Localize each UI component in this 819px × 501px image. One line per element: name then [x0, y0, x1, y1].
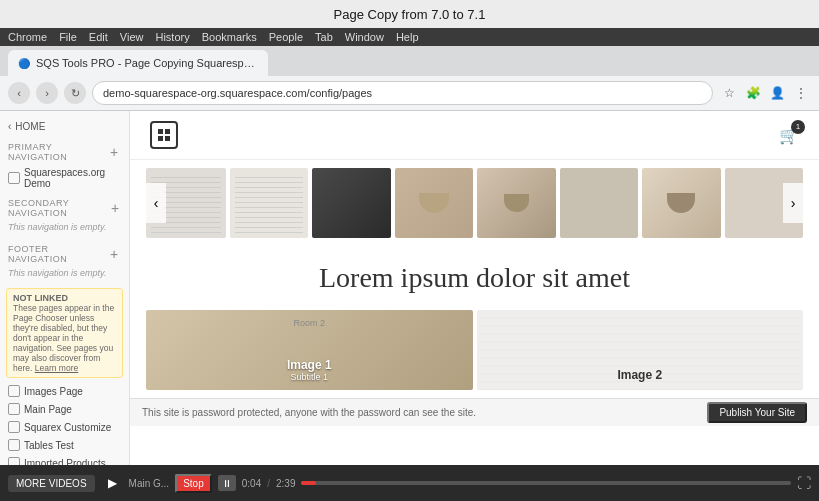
- time-current: 0:04: [242, 478, 261, 489]
- pause-button[interactable]: ⏸: [218, 475, 236, 491]
- menu-edit[interactable]: Edit: [89, 31, 108, 43]
- home-chevron-icon: ‹: [8, 121, 11, 132]
- extensions-icon[interactable]: 🧩: [743, 83, 763, 103]
- menu-bookmarks[interactable]: Bookmarks: [202, 31, 257, 43]
- gallery-section: ‹ ›: [130, 160, 819, 246]
- menu-view[interactable]: View: [120, 31, 144, 43]
- page-icon: [8, 385, 20, 397]
- image2-title: Image 2: [617, 368, 662, 382]
- cart-badge: 1: [791, 120, 805, 134]
- sidebar-item-main-page[interactable]: Main Page: [0, 400, 129, 418]
- address-bar[interactable]: demo-squarespace-org.squarespace.com/con…: [92, 81, 713, 105]
- gallery-item-2[interactable]: [230, 168, 308, 238]
- browser-content: ‹ HOME PRIMARY NAVIGATION + Squarespaces…: [0, 111, 819, 466]
- browser-tabs: 🔵 SQS Tools PRO - Page Copying Squarespa…: [0, 46, 819, 76]
- more-icon[interactable]: ⋮: [791, 83, 811, 103]
- image1-subtitle: Subtitle 1: [287, 372, 332, 382]
- more-videos-button[interactable]: MORE VIDEOS: [8, 475, 95, 492]
- fullscreen-button[interactable]: ⛶: [797, 475, 811, 491]
- footer-nav-empty: This navigation is empty.: [0, 266, 129, 284]
- video-player-bar: MORE VIDEOS ▶ Main G... Stop ⏸ 0:04 / 2:…: [0, 465, 819, 501]
- channel-label: Main G...: [129, 478, 170, 489]
- image1-label: Image 1 Subtitle 1: [287, 358, 332, 382]
- menu-people[interactable]: People: [269, 31, 303, 43]
- sidebar-primary-nav-header: PRIMARY NAVIGATION +: [0, 136, 129, 164]
- squarespace-content: 🛒 1 ‹: [130, 111, 819, 426]
- tab-title: SQS Tools PRO - Page Copying Squarespace…: [36, 57, 258, 69]
- gallery-item-bowl1[interactable]: [395, 168, 473, 238]
- image1-title: Image 1: [287, 358, 332, 372]
- password-notice-text: This site is password protected, anyone …: [142, 407, 476, 418]
- cart-icon[interactable]: 🛒 1: [779, 126, 799, 145]
- nav-item-label: Squarespaces.org Demo: [24, 167, 121, 189]
- time-separator: /: [267, 478, 270, 489]
- sidebar-item-tables-test[interactable]: Tables Test: [0, 436, 129, 454]
- add-primary-nav-button[interactable]: +: [108, 145, 121, 159]
- sidebar-secondary-nav-header: SECONDARY NAVIGATION +: [0, 192, 129, 220]
- gallery-grid: [146, 168, 803, 238]
- menu-chrome[interactable]: Chrome: [8, 31, 47, 43]
- page-icon: [8, 439, 20, 451]
- window-title: Page Copy from 7.0 to 7.1: [334, 7, 486, 22]
- bookmark-icon[interactable]: ☆: [719, 83, 739, 103]
- password-notice: This site is password protected, anyone …: [130, 398, 819, 426]
- gallery-item-bowl3[interactable]: [642, 168, 720, 238]
- browser-toolbar: ‹ › ↻ demo-squarespace-org.squarespace.c…: [0, 76, 819, 110]
- reload-button[interactable]: ↻: [64, 82, 86, 104]
- sidebar: ‹ HOME PRIMARY NAVIGATION + Squarespaces…: [0, 111, 130, 466]
- page-icon: [8, 421, 20, 433]
- sidebar-pages-list: Images Page Main Page Squarex Customize …: [0, 382, 129, 466]
- menu-bar: Chrome File Edit View History Bookmarks …: [0, 28, 819, 46]
- sidebar-item-squarex-customize[interactable]: Squarex Customize: [0, 418, 129, 436]
- menu-tab[interactable]: Tab: [315, 31, 333, 43]
- add-footer-nav-button[interactable]: +: [107, 247, 121, 261]
- stop-button[interactable]: Stop: [175, 474, 212, 493]
- page-icon: [8, 172, 20, 184]
- svg-rect-3: [165, 136, 170, 141]
- image2-label: Image 2: [617, 368, 662, 382]
- svg-rect-2: [158, 136, 163, 141]
- main-content: 🛒 1 ‹: [130, 111, 819, 466]
- menu-window[interactable]: Window: [345, 31, 384, 43]
- home-label: HOME: [15, 121, 45, 132]
- menu-file[interactable]: File: [59, 31, 77, 43]
- image2-block[interactable]: Image 2: [477, 310, 804, 390]
- menu-history[interactable]: History: [155, 31, 189, 43]
- sidebar-item-images-page[interactable]: Images Page: [0, 382, 129, 400]
- footer-nav-label: FOOTER NAVIGATION: [8, 244, 107, 264]
- publish-site-button[interactable]: Publish Your Site: [707, 402, 807, 423]
- gallery-item-bowl2[interactable]: [477, 168, 555, 238]
- sq-topbar: 🛒 1: [130, 111, 819, 160]
- forward-button[interactable]: ›: [36, 82, 58, 104]
- gallery-next-button[interactable]: ›: [783, 183, 803, 223]
- secondary-nav-label: SECONDARY NAVIGATION: [8, 198, 109, 218]
- progress-bar[interactable]: [301, 481, 791, 485]
- play-button[interactable]: ▶: [103, 473, 123, 493]
- menu-help[interactable]: Help: [396, 31, 419, 43]
- gallery-item-4[interactable]: [560, 168, 638, 238]
- svg-rect-0: [158, 129, 163, 134]
- progress-bar-fill: [301, 481, 316, 485]
- toolbar-icons: ☆ 🧩 👤 ⋮: [719, 83, 811, 103]
- sidebar-item-squarespaces-org-demo[interactable]: Squarespaces.org Demo: [0, 164, 129, 192]
- video-progress-area: ▶ Main G... Stop ⏸ 0:04 / 2:39 ⛶: [103, 473, 811, 493]
- gallery-item-3[interactable]: [312, 168, 390, 238]
- not-linked-section: NOT LINKED These pages appear in the Pag…: [6, 288, 123, 378]
- title-bar: Page Copy from 7.0 to 7.1: [0, 0, 819, 28]
- add-secondary-nav-button[interactable]: +: [109, 201, 121, 215]
- gallery-prev-button[interactable]: ‹: [146, 183, 166, 223]
- address-text: demo-squarespace-org.squarespace.com/con…: [103, 87, 372, 99]
- browser-chrome: 🔵 SQS Tools PRO - Page Copying Squarespa…: [0, 46, 819, 111]
- browser-tab-active[interactable]: 🔵 SQS Tools PRO - Page Copying Squarespa…: [8, 50, 268, 76]
- not-linked-description: These pages appear in the Page Chooser u…: [13, 303, 114, 373]
- image1-block[interactable]: Room 2 Image 1 Subtitle 1: [146, 310, 473, 390]
- not-linked-label: NOT LINKED: [13, 293, 68, 303]
- back-button[interactable]: ‹: [8, 82, 30, 104]
- svg-rect-1: [165, 129, 170, 134]
- site-logo: [150, 121, 178, 149]
- sidebar-home[interactable]: ‹ HOME: [0, 117, 129, 136]
- profile-icon[interactable]: 👤: [767, 83, 787, 103]
- two-up-section: Room 2 Image 1 Subtitle 1 Image 2: [130, 310, 819, 398]
- primary-nav-label: PRIMARY NAVIGATION: [8, 142, 108, 162]
- room-label: Room 2: [293, 318, 325, 328]
